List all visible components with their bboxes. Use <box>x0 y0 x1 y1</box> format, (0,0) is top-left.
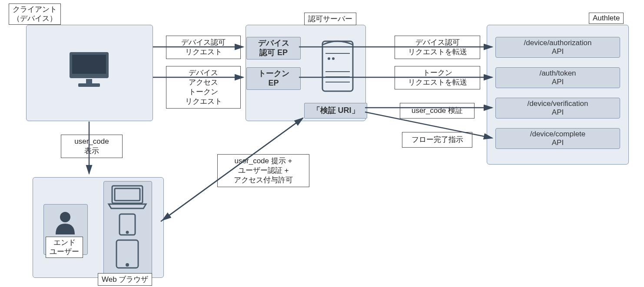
label-flow-complete: フロー完了指示 <box>402 132 472 148</box>
web-browser-title: Web ブラウザ <box>98 273 152 286</box>
client-title: クライアント（デバイス） <box>9 3 61 25</box>
device-auth-ep: デバイス認可 EP <box>246 37 301 59</box>
api-device-complete: /device/completeAPI <box>495 128 620 149</box>
label-device-access-token-request: デバイスアクセストークンリクエスト <box>166 66 241 109</box>
authlete-title: Authlete <box>589 13 624 24</box>
label-user-code-display: user_code表示 <box>61 135 123 158</box>
diagram-canvas: クライアント（デバイス） 認可サーバー デバイス認可 EP トークンEP 「検証… <box>0 0 644 287</box>
client-device-box <box>26 25 153 121</box>
label-user-code-present-auth: user_code 提示 +ユーザー認証 +アクセス付与許可 <box>217 154 309 187</box>
verification-uri-ep: 「検証 URI」 <box>304 103 367 119</box>
api-auth-token: /auth/tokenAPI <box>495 67 620 88</box>
token-ep: トークンEP <box>246 67 301 90</box>
web-browser-inner <box>103 181 152 275</box>
api-device-verification: /device/verificationAPI <box>495 98 620 119</box>
label-user-code-verification: user_code 検証 <box>400 103 475 119</box>
auth-server-title: 認可サーバー <box>304 13 356 25</box>
end-user-title: エンドユーザー <box>46 237 83 258</box>
api-device-authorization: /device/authorizationAPI <box>495 37 620 58</box>
label-forward-device-auth: デバイス認可リクエストを転送 <box>395 36 480 59</box>
label-forward-token: トークンリクエストを転送 <box>395 66 480 89</box>
label-device-auth-request: デバイス認可リクエスト <box>166 36 241 59</box>
